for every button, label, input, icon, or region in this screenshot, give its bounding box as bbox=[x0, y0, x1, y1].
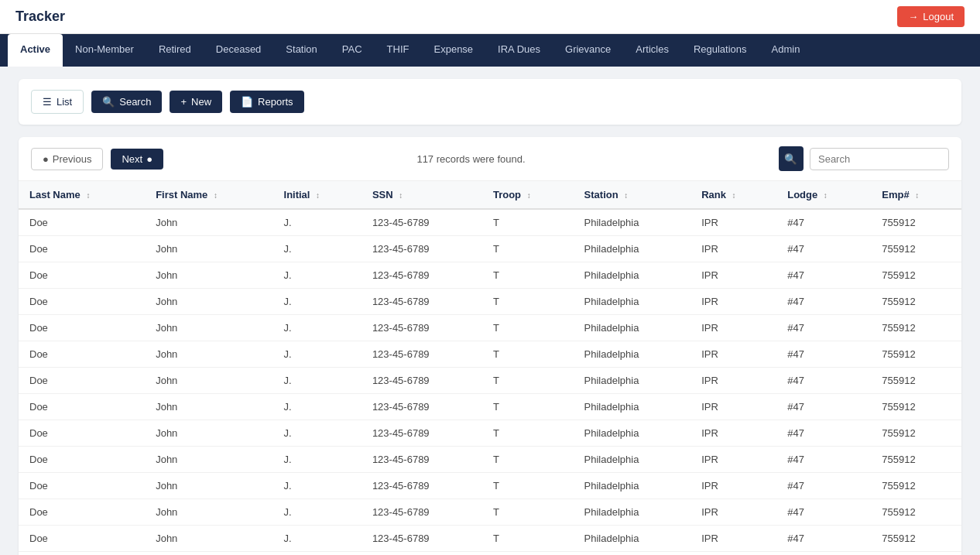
sort-icon: ↕ bbox=[399, 191, 403, 200]
cell-rank: IPR bbox=[690, 394, 776, 420]
cell-ssn: 123-45-6789 bbox=[362, 209, 482, 236]
cell-lodge: #47 bbox=[776, 394, 871, 420]
table-row[interactable]: DoeJohnJ.123-45-6789TPhiladelphiaIPR#477… bbox=[19, 552, 961, 556]
reports-button[interactable]: 📄 Reports bbox=[230, 91, 304, 113]
cell-emp: 755912 bbox=[871, 236, 961, 262]
list-button[interactable]: ☰ List bbox=[31, 90, 84, 114]
table-row[interactable]: DoeJohnJ.123-45-6789TPhiladelphiaIPR#477… bbox=[19, 315, 961, 341]
col-troop[interactable]: Troop ↕ bbox=[482, 181, 574, 209]
cell-initial: J. bbox=[273, 526, 362, 552]
nav-item-non-member[interactable]: Non-Member bbox=[63, 34, 146, 67]
content-area: ☰ List 🔍 Search + New 📄 Reports ● Previo… bbox=[0, 67, 980, 555]
cell-initial: J. bbox=[273, 394, 362, 420]
cell-troop: T bbox=[482, 499, 574, 526]
nav-item-active[interactable]: Active bbox=[8, 34, 63, 67]
nav-item-articles[interactable]: Articles bbox=[623, 34, 681, 67]
nav-item-expense[interactable]: Expense bbox=[422, 34, 486, 67]
cell-emp: 755912 bbox=[871, 209, 961, 236]
table-row[interactable]: DoeJohnJ.123-45-6789TPhiladelphiaIPR#477… bbox=[19, 394, 961, 420]
table-row[interactable]: DoeJohnJ.123-45-6789TPhiladelphiaIPR#477… bbox=[19, 473, 961, 499]
cell-ssn: 123-45-6789 bbox=[362, 289, 482, 315]
cell-initial: J. bbox=[273, 315, 362, 341]
col-ssn[interactable]: SSN ↕ bbox=[362, 181, 482, 209]
nav-item-ira-dues[interactable]: IRA Dues bbox=[485, 34, 553, 67]
col-station[interactable]: Station ↕ bbox=[574, 181, 691, 209]
cell-station: Philadelphia bbox=[574, 289, 691, 315]
cell-last_name: Doe bbox=[19, 368, 145, 394]
table-row[interactable]: DoeJohnJ.123-45-6789TPhiladelphiaIPR#477… bbox=[19, 499, 961, 526]
cell-station: Philadelphia bbox=[574, 473, 691, 499]
cell-emp: 755912 bbox=[871, 289, 961, 315]
col-initial[interactable]: Initial ↕ bbox=[273, 181, 362, 209]
col-first_name[interactable]: First Name ↕ bbox=[145, 181, 272, 209]
cell-initial: J. bbox=[273, 447, 362, 473]
cell-last_name: Doe bbox=[19, 473, 145, 499]
cell-emp: 755912 bbox=[871, 368, 961, 394]
prev-button[interactable]: ● Previous bbox=[31, 148, 103, 170]
nav-item-admin[interactable]: Admin bbox=[759, 34, 813, 67]
nav-item-retired[interactable]: Retired bbox=[146, 34, 204, 67]
cell-initial: J. bbox=[273, 289, 362, 315]
search-input[interactable] bbox=[810, 148, 949, 170]
cell-emp: 755912 bbox=[871, 552, 961, 556]
cell-rank: IPR bbox=[690, 209, 776, 236]
nav-item-pac[interactable]: PAC bbox=[330, 34, 375, 67]
cell-troop: T bbox=[482, 447, 574, 473]
table-body: DoeJohnJ.123-45-6789TPhiladelphiaIPR#477… bbox=[19, 209, 961, 555]
cell-first_name: John bbox=[145, 209, 272, 236]
table-row[interactable]: DoeJohnJ.123-45-6789TPhiladelphiaIPR#477… bbox=[19, 447, 961, 473]
cell-last_name: Doe bbox=[19, 262, 145, 289]
nav-item-regulations[interactable]: Regulations bbox=[681, 34, 759, 67]
table-row[interactable]: DoeJohnJ.123-45-6789TPhiladelphiaIPR#477… bbox=[19, 209, 961, 236]
cell-first_name: John bbox=[145, 262, 272, 289]
col-last_name[interactable]: Last Name ↕ bbox=[19, 181, 145, 209]
cell-emp: 755912 bbox=[871, 473, 961, 499]
search-button[interactable]: 🔍 Search bbox=[91, 91, 162, 113]
cell-station: Philadelphia bbox=[574, 420, 691, 447]
cell-rank: IPR bbox=[690, 315, 776, 341]
table-row[interactable]: DoeJohnJ.123-45-6789TPhiladelphiaIPR#477… bbox=[19, 368, 961, 394]
cell-emp: 755912 bbox=[871, 447, 961, 473]
cell-lodge: #47 bbox=[776, 552, 871, 556]
col-lodge[interactable]: Lodge ↕ bbox=[776, 181, 871, 209]
cell-emp: 755912 bbox=[871, 499, 961, 526]
new-button[interactable]: + New bbox=[170, 91, 222, 113]
logout-icon: → bbox=[908, 11, 918, 22]
sort-icon: ↕ bbox=[316, 191, 320, 200]
col-rank[interactable]: Rank ↕ bbox=[690, 181, 776, 209]
search-area: 🔍 bbox=[779, 146, 949, 171]
table-row[interactable]: DoeJohnJ.123-45-6789TPhiladelphiaIPR#477… bbox=[19, 236, 961, 262]
nav-item-station[interactable]: Station bbox=[273, 34, 329, 67]
table-row[interactable]: DoeJohnJ.123-45-6789TPhiladelphiaIPR#477… bbox=[19, 526, 961, 552]
cell-last_name: Doe bbox=[19, 289, 145, 315]
nav-item-deceased[interactable]: Deceased bbox=[204, 34, 274, 67]
logout-button[interactable]: → Logout bbox=[897, 6, 965, 27]
cell-lodge: #47 bbox=[776, 209, 871, 236]
cell-troop: T bbox=[482, 368, 574, 394]
cell-last_name: Doe bbox=[19, 447, 145, 473]
cell-ssn: 123-45-6789 bbox=[362, 341, 482, 368]
search-submit-button[interactable]: 🔍 bbox=[779, 146, 804, 171]
cell-station: Philadelphia bbox=[574, 552, 691, 556]
table-row[interactable]: DoeJohnJ.123-45-6789TPhiladelphiaIPR#477… bbox=[19, 420, 961, 447]
cell-troop: T bbox=[482, 341, 574, 368]
cell-troop: T bbox=[482, 289, 574, 315]
table-row[interactable]: DoeJohnJ.123-45-6789TPhiladelphiaIPR#477… bbox=[19, 262, 961, 289]
cell-rank: IPR bbox=[690, 236, 776, 262]
cell-emp: 755912 bbox=[871, 526, 961, 552]
cell-first_name: John bbox=[145, 420, 272, 447]
cell-last_name: Doe bbox=[19, 526, 145, 552]
top-header: Tracker → Logout bbox=[0, 0, 980, 34]
next-button[interactable]: Next ● bbox=[111, 149, 163, 170]
nav-item-thif[interactable]: THIF bbox=[375, 34, 422, 67]
cell-ssn: 123-45-6789 bbox=[362, 420, 482, 447]
cell-station: Philadelphia bbox=[574, 394, 691, 420]
cell-rank: IPR bbox=[690, 499, 776, 526]
nav-bar: ActiveNon-MemberRetiredDeceasedStationPA… bbox=[0, 34, 980, 67]
table-controls: ● Previous Next ● 117 records were found… bbox=[19, 137, 961, 181]
table-row[interactable]: DoeJohnJ.123-45-6789TPhiladelphiaIPR#477… bbox=[19, 289, 961, 315]
cell-lodge: #47 bbox=[776, 289, 871, 315]
nav-item-grievance[interactable]: Grievance bbox=[553, 34, 623, 67]
col-emp[interactable]: Emp# ↕ bbox=[871, 181, 961, 209]
table-row[interactable]: DoeJohnJ.123-45-6789TPhiladelphiaIPR#477… bbox=[19, 341, 961, 368]
